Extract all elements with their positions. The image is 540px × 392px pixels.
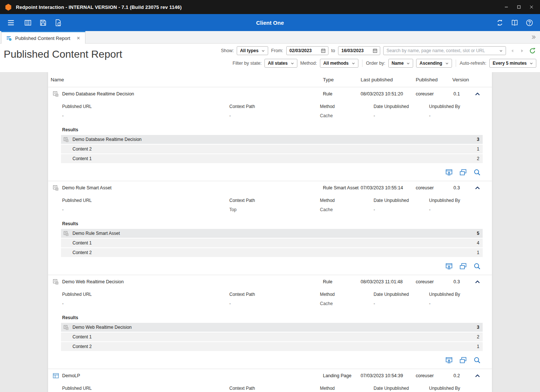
entry-last-published: 08/03/2023 10:51:20 <box>361 91 403 97</box>
detail-label-context-path: Context Path <box>229 198 255 203</box>
entry-name: DemoLP <box>62 373 80 378</box>
copy-button[interactable] <box>459 169 467 176</box>
minimize-icon <box>504 4 509 10</box>
column-version: Version <box>452 77 469 82</box>
minimize-button[interactable] <box>500 1 513 13</box>
search-options-chevron-icon[interactable] <box>499 49 503 53</box>
search-input[interactable] <box>387 48 497 53</box>
calendar-icon[interactable] <box>372 48 378 53</box>
entry-published-by: coreuser <box>416 373 434 378</box>
documentation-button[interactable] <box>508 16 521 29</box>
entry-header-row[interactable]: Demo Web Realtime Decision Rule 08/03/20… <box>48 275 492 288</box>
inspect-button[interactable] <box>473 169 481 176</box>
prev-page-button[interactable] <box>509 47 516 54</box>
save-button[interactable] <box>37 16 49 29</box>
detail-value-published-url: - <box>62 113 92 118</box>
tab-overflow-button[interactable] <box>531 34 536 40</box>
entry-header-row[interactable]: Demo Database Realtime Decision Rule 08/… <box>48 87 492 101</box>
direction-select[interactable]: Ascending <box>416 59 452 68</box>
entry-version: 0.3 <box>453 279 460 284</box>
sync-button[interactable] <box>493 16 506 29</box>
content-boards-button[interactable] <box>21 16 34 29</box>
unpublish-button[interactable] <box>445 263 453 270</box>
entry-last-published: 07/03/2023 10:55:14 <box>361 185 403 190</box>
result-name: Content 1 <box>72 240 92 246</box>
copy-button[interactable] <box>459 263 467 270</box>
detail-label-unpublished-by: Unpublished By <box>429 104 460 109</box>
entry-version: 0.1 <box>453 91 460 97</box>
next-page-button[interactable] <box>519 47 525 54</box>
entry-header-row[interactable]: Demo Rule Smart Asset Rule Smart Asset 0… <box>48 181 492 195</box>
detail-label-date-unpublished: Date Unpublished <box>374 104 409 109</box>
chevron-down-icon <box>445 61 449 65</box>
direction-select-value: Ascending <box>419 61 442 66</box>
result-row: Content 2 1 <box>61 248 483 257</box>
from-date-input[interactable]: 02/03/2023 <box>286 46 328 55</box>
entry-name: Demo Web Realtime Decision <box>62 279 124 284</box>
rule-icon <box>53 185 59 191</box>
results-label: Results <box>62 127 492 132</box>
page-title: Published Content Report <box>4 48 122 60</box>
tab-label: Published Content Report <box>15 36 70 41</box>
inspect-button[interactable] <box>473 263 481 270</box>
entry-actions <box>48 352 492 369</box>
divider <box>362 60 362 67</box>
published-report-button[interactable] <box>52 16 64 29</box>
close-tab-icon[interactable] <box>76 36 81 40</box>
collapse-chevron-icon[interactable] <box>474 185 481 191</box>
filter-row-1: Show: All types From: 02/03/2023 to 16/0… <box>221 46 536 55</box>
rule-icon <box>63 137 69 142</box>
collapse-chevron-icon[interactable] <box>474 372 481 379</box>
detail-label-method: Method <box>320 386 335 391</box>
refresh-button[interactable] <box>528 47 536 55</box>
result-count: 3 <box>477 325 479 330</box>
entry-version: 0.2 <box>453 373 460 378</box>
rule-icon <box>63 325 69 330</box>
autorefresh-select-value: Every 5 minutes <box>493 61 527 66</box>
detail-label-published-url: Published URL <box>62 386 92 391</box>
entry-last-published: 08/03/2023 11:01:48 <box>361 279 403 284</box>
help-button[interactable] <box>523 16 536 29</box>
calendar-icon[interactable] <box>321 48 326 53</box>
magnifier-icon <box>473 169 481 176</box>
detail-value-date-unpublished: - <box>374 207 409 212</box>
method-select[interactable]: All methods <box>320 59 358 68</box>
detail-value-method: Cache <box>320 301 335 306</box>
result-name: Content 2 <box>72 146 92 152</box>
entry-type: Rule <box>323 91 333 97</box>
detail-value-date-unpublished: - <box>374 301 409 306</box>
entry-name: Demo Rule Smart Asset <box>62 185 111 190</box>
result-name: Demo Database Realtime Decision <box>72 137 142 142</box>
column-type: Type <box>323 77 334 82</box>
sync-icon <box>496 19 504 27</box>
orderby-select[interactable]: Name <box>388 59 414 68</box>
state-select[interactable]: All states <box>264 59 297 68</box>
filter-row-2: Filter by state: All states Method: All … <box>233 59 536 68</box>
close-window-button[interactable] <box>525 1 538 13</box>
maximize-button[interactable] <box>513 1 525 13</box>
show-select-value: All types <box>240 48 259 53</box>
entry-actions <box>48 164 492 181</box>
appbar-right-actions <box>493 16 536 29</box>
collapse-chevron-icon[interactable] <box>474 91 481 97</box>
result-name: Demo Rule Smart Asset <box>72 231 120 236</box>
unpublish-button[interactable] <box>445 356 453 364</box>
inspect-button[interactable] <box>473 356 481 364</box>
entry-header-row[interactable]: DemoLP Landing Page 07/03/2023 10:54:39 … <box>48 369 492 382</box>
autorefresh-select[interactable]: Every 5 minutes <box>489 59 536 68</box>
main-menu-button[interactable] <box>4 16 17 29</box>
autorefresh-label: Auto-refresh: <box>460 61 486 66</box>
result-count: 2 <box>477 156 479 161</box>
collapse-chevron-icon[interactable] <box>474 278 481 285</box>
copy-button[interactable] <box>459 356 467 364</box>
detail-label-method: Method <box>320 104 335 109</box>
result-count: 1 <box>477 250 479 255</box>
window-controls <box>500 1 538 13</box>
entry-published-by: coreuser <box>416 279 434 284</box>
show-select[interactable]: All types <box>237 46 268 55</box>
tab-published-content-report[interactable]: Published Content Report <box>1 31 85 44</box>
result-name: Content 2 <box>72 344 92 349</box>
unpublish-button[interactable] <box>445 169 453 176</box>
to-date-input[interactable]: 16/03/2023 <box>338 46 380 55</box>
close-icon <box>529 4 534 10</box>
